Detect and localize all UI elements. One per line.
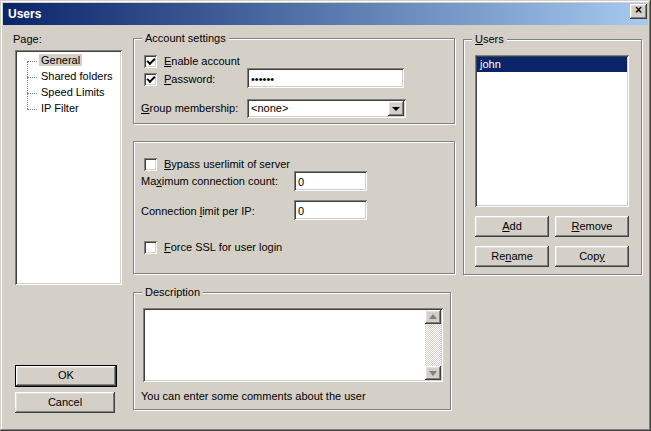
enable-account-checkbox[interactable] (144, 55, 157, 68)
page-tree[interactable]: General Shared folders Speed Limits IP F… (15, 50, 122, 285)
tree-item-shared-folders[interactable]: Shared folders (15, 69, 115, 85)
close-icon: × (635, 3, 642, 17)
checkmark-icon (146, 56, 155, 65)
user-name: john (480, 58, 501, 70)
description-textarea[interactable] (143, 308, 443, 382)
dropdown-button[interactable] (388, 101, 404, 116)
description-group: Description You can enter some comments … (133, 292, 451, 410)
scroll-down-button[interactable] (425, 366, 441, 380)
tree-item-label: General (39, 54, 82, 66)
copy-button[interactable]: Copy (555, 246, 629, 267)
rename-button[interactable]: Rename (475, 246, 549, 267)
tree-item-ip-filter[interactable]: IP Filter (15, 101, 81, 117)
add-button[interactable]: Add (475, 216, 549, 237)
chevron-down-icon (392, 107, 400, 111)
list-item-john[interactable]: john (477, 57, 627, 72)
remove-button[interactable]: Remove (555, 216, 629, 237)
account-settings-legend: Account settings (142, 32, 229, 45)
users-legend: Users (472, 33, 507, 46)
password-checkbox[interactable] (144, 73, 157, 86)
tree-item-label: Shared folders (39, 70, 115, 82)
max-connection-count-input[interactable] (294, 171, 367, 191)
connection-limit-per-ip-label: Connection limit per IP: (141, 205, 255, 218)
tree-item-label: Speed Limits (39, 86, 107, 98)
description-hint: You can enter some comments about the us… (141, 390, 366, 403)
connection-limits-group: Bypass userlimit of server Maximum conne… (133, 141, 455, 274)
close-button[interactable]: × (630, 4, 647, 19)
enable-account-label: Enable account (164, 55, 240, 68)
description-legend: Description (142, 286, 203, 299)
force-ssl-checkbox[interactable] (144, 241, 157, 254)
users-group: Users john Add Remove Rename Copy (463, 39, 642, 275)
triangle-down-icon (429, 371, 437, 376)
account-settings-group: Account settings Enable account Password… (133, 38, 455, 124)
group-membership-select[interactable]: <none> (247, 99, 406, 118)
scroll-up-button[interactable] (425, 310, 441, 324)
password-label: Password: (164, 73, 215, 86)
tree-item-general[interactable]: General (15, 53, 82, 69)
users-dialog: Users × Page: General Shared folders Spe… (0, 0, 651, 431)
tree-item-speed-limits[interactable]: Speed Limits (15, 85, 107, 101)
window-title: Users (3, 7, 41, 21)
password-input[interactable] (247, 68, 404, 88)
group-membership-label: Group membership: (141, 102, 238, 115)
ok-button[interactable]: OK (15, 365, 117, 387)
users-list[interactable]: john (475, 55, 629, 207)
bypass-userlimit-label: Bypass userlimit of server (164, 158, 290, 171)
tree-item-label: IP Filter (39, 102, 81, 114)
group-membership-value: <none> (251, 102, 288, 114)
connection-limit-per-ip-input[interactable] (294, 200, 367, 220)
titlebar[interactable]: Users (3, 3, 648, 25)
cancel-button[interactable]: Cancel (15, 392, 115, 413)
description-scrollbar[interactable] (425, 310, 441, 380)
triangle-up-icon (429, 314, 437, 319)
checkmark-icon (146, 74, 155, 83)
max-connection-count-label: Maximum connection count: (141, 175, 278, 188)
page-label: Page: (13, 33, 42, 46)
force-ssl-label: Force SSL for user login (164, 241, 282, 254)
bypass-userlimit-checkbox[interactable] (144, 158, 157, 171)
